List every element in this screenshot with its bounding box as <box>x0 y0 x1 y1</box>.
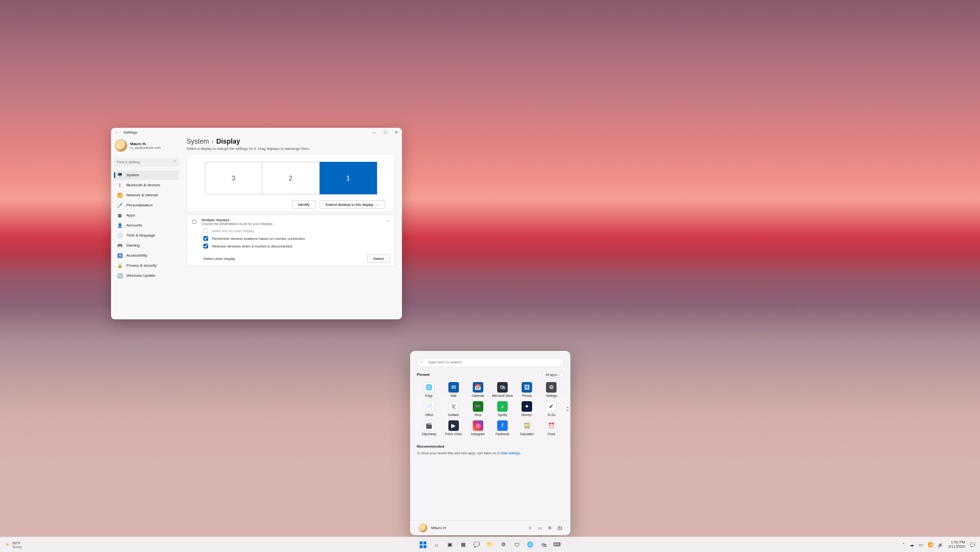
back-button[interactable]: ← <box>115 130 120 135</box>
minimize-disconnect-row[interactable]: Minimize windows when a monitor is disco… <box>192 244 390 248</box>
app-label: Spotify <box>498 413 507 417</box>
display-arrangement-box: 321 Identify Extend desktop to this disp… <box>187 154 395 212</box>
taskbar-clock[interactable]: 1:51 PM 2/11/2022 <box>948 541 965 549</box>
app-calendar[interactable]: 📅Calendar <box>466 381 490 398</box>
task-view-button[interactable]: ▣ <box>445 540 455 550</box>
app-to-do[interactable]: ✔To Do <box>539 400 564 417</box>
sidebar-item-system[interactable]: 🖥️System <box>114 170 179 180</box>
start-settings-link[interactable]: Start settings <box>501 451 520 455</box>
power-icon[interactable]: ⏻ <box>557 526 562 530</box>
app-icon: ✉ <box>448 382 459 393</box>
usb-icon[interactable]: ⇪ <box>528 526 532 530</box>
network-icon[interactable]: 📶 <box>928 542 933 547</box>
settings-icon[interactable]: ⚙ <box>548 526 552 530</box>
sidebar-item-windows-update[interactable]: 🔄Windows Update <box>114 271 179 281</box>
app-edge[interactable]: 🌐Edge <box>417 381 441 398</box>
sidebar-item-network-internet[interactable]: 📶Network & internet <box>114 191 179 200</box>
monitor-grid[interactable]: 321 <box>197 162 385 194</box>
window-controls: — ☐ ✕ <box>372 130 398 135</box>
widgets-button[interactable]: ▦ <box>458 540 468 550</box>
edge-taskbar-button[interactable]: 🌐 <box>525 540 535 550</box>
nav-label: Privacy & security <box>126 263 157 268</box>
sidebar-item-accounts[interactable]: 👤Accounts <box>114 221 179 230</box>
avatar[interactable] <box>419 524 427 532</box>
app-clock[interactable]: ⏰Clock <box>539 419 564 437</box>
weather-widget[interactable]: ☀ 50°F Sunny <box>5 541 22 549</box>
app-disney-[interactable]: ✦Disney+ <box>515 400 539 417</box>
monitor-2[interactable]: 2 <box>262 162 320 194</box>
app-office[interactable]: 📄Office <box>417 400 441 417</box>
settings-taskbar-button[interactable]: ⚙ <box>498 540 509 550</box>
sidebar-item-personalization[interactable]: 🖌️Personalization <box>114 201 179 210</box>
svg-rect-1 <box>423 541 426 544</box>
battery-icon[interactable]: ▭ <box>919 542 923 547</box>
app-icon: f <box>497 420 508 431</box>
app-icon: 🃏 <box>448 401 459 412</box>
identify-button[interactable]: Identify <box>292 200 316 209</box>
app-mail[interactable]: ✉Mail <box>441 381 466 398</box>
chevron-up-icon[interactable]: ⌃ <box>387 220 390 224</box>
app-icon: 🎬 <box>424 420 434 431</box>
pinned-apps-grid: 🌐Edge✉Mail📅Calendar🛍Microsoft Store🖼Phot… <box>417 381 564 437</box>
extend-dropdown[interactable]: Extend desktop to this display⌄ <box>320 200 385 209</box>
profile[interactable]: Mauro H. m_lab@outlook.com <box>114 138 179 155</box>
app-solitaire[interactable]: 🃏Solitaire <box>441 400 466 417</box>
taskbar: ☀ 50°F Sunny ⌕ ▣ ▦ 💬 📁 ⚙ 🛡 🌐 🛍 ⌨ ˄ ☁ ▭ 📶… <box>0 537 980 552</box>
app-microsoft-store[interactable]: 🛍Microsoft Store <box>490 381 515 398</box>
store-taskbar-button[interactable]: 🛍 <box>538 540 549 550</box>
detect-button[interactable]: Detect <box>367 254 390 263</box>
app-instagram[interactable]: ◎Instagram <box>466 419 490 437</box>
app-xbox[interactable]: 🎮Xbox <box>466 400 490 417</box>
sidebar-item-accessibility[interactable]: ♿Accessibility <box>114 251 179 260</box>
app-settings[interactable]: ⚙Settings <box>539 381 564 398</box>
app-spotify[interactable]: ♪Spotify <box>490 400 515 417</box>
tray-chevron-icon[interactable]: ˄ <box>902 542 905 547</box>
sidebar-item-privacy-security[interactable]: 🔒Privacy & security <box>114 261 179 270</box>
app-calculator[interactable]: 🧮Calculator <box>515 419 539 437</box>
file-explorer-button[interactable]: 📁 <box>485 540 495 550</box>
sidebar-item-bluetooth-devices[interactable]: ᛒBluetooth & devices <box>114 180 179 190</box>
cast-icon[interactable]: ▭ <box>538 526 542 530</box>
card-subtitle: Choose the presentation mode for your di… <box>201 222 273 225</box>
breadcrumb-root[interactable]: System <box>187 137 209 145</box>
remember-locations-row[interactable]: Remember window locations based on monit… <box>192 236 390 241</box>
app-label: Edge <box>425 394 433 397</box>
monitor-3[interactable]: 3 <box>205 162 262 194</box>
app-photos[interactable]: 🖼Photos <box>515 381 539 398</box>
card-header[interactable]: 🖵 Multiple displays Choose the presentat… <box>192 218 390 225</box>
maximize-button[interactable]: ☐ <box>384 130 387 135</box>
notifications-button[interactable]: 💬 <box>970 542 975 547</box>
recommended-header: Recommended <box>417 444 564 449</box>
start-search-input[interactable] <box>417 358 564 367</box>
remember-locations-checkbox[interactable] <box>203 236 208 241</box>
taskbar-search-button[interactable]: ⌕ <box>431 540 442 550</box>
onedrive-icon[interactable]: ☁ <box>910 542 914 547</box>
minimize-button[interactable]: — <box>372 130 376 135</box>
sidebar-item-time-language[interactable]: 🕓Time & language <box>114 231 179 240</box>
svg-rect-2 <box>420 545 423 548</box>
app-clipchamp[interactable]: 🎬Clipchamp <box>417 419 441 437</box>
start-footer: Mauro H. ⇪ ▭ ⚙ ⏻ <box>410 520 570 535</box>
app-facebook[interactable]: fFacebook <box>490 419 515 437</box>
close-button[interactable]: ✕ <box>395 130 398 135</box>
terminal-button[interactable]: ⌨ <box>552 540 562 550</box>
footer-username[interactable]: Mauro H. <box>431 526 447 530</box>
security-button[interactable]: 🛡 <box>512 540 522 550</box>
app-label: Microsoft Store <box>492 394 513 397</box>
sidebar-item-gaming[interactable]: 🎮Gaming <box>114 241 179 250</box>
search-input[interactable] <box>114 158 179 167</box>
svg-rect-0 <box>420 541 423 544</box>
start-button[interactable] <box>418 540 428 550</box>
sidebar-item-apps[interactable]: ▦Apps <box>114 211 179 220</box>
nav-icon: 👤 <box>117 223 122 228</box>
all-apps-button[interactable]: All apps› <box>542 372 564 377</box>
chat-button[interactable]: 💬 <box>471 540 482 550</box>
app-prime-video[interactable]: ▶Prime Video <box>441 419 466 437</box>
monitor-1[interactable]: 1 <box>320 162 377 194</box>
app-icon: 🛍 <box>497 382 508 393</box>
page-indicator[interactable] <box>567 406 568 411</box>
app-label: To Do <box>547 413 556 417</box>
volume-icon[interactable]: 🔊 <box>938 542 943 547</box>
minimize-disconnect-checkbox[interactable] <box>203 244 208 248</box>
chevron-right-icon: › <box>212 139 213 144</box>
